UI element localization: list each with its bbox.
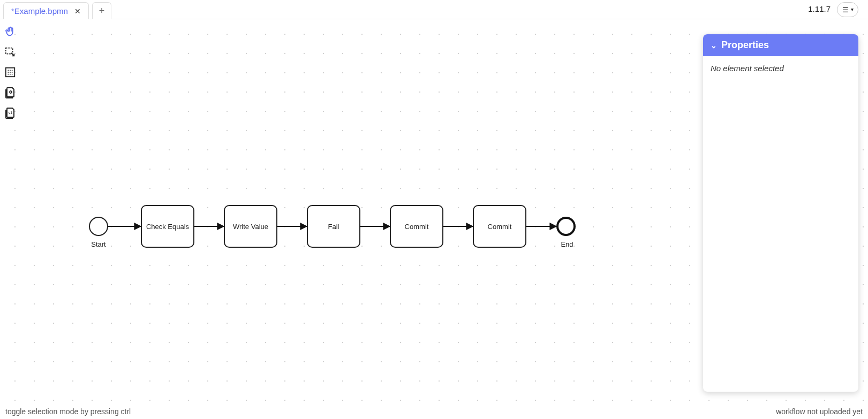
bpmn-task[interactable]: Check Equals	[141, 205, 194, 248]
lasso-tool-icon	[4, 46, 16, 58]
hamburger-icon: ☰	[842, 6, 849, 13]
svg-point-3	[10, 70, 11, 71]
config-docs-button[interactable]	[2, 85, 18, 101]
bpmn-task-label: Check Equals	[146, 223, 189, 231]
chevron-down-icon: ⌄	[711, 41, 717, 50]
status-right: workflow not uploaded yet	[776, 407, 863, 416]
hand-tool-icon	[4, 26, 16, 37]
bpmn-start-event[interactable]	[89, 217, 108, 236]
svg-point-6	[10, 72, 11, 73]
bpmn-task-label: Commit	[405, 223, 429, 231]
bpmn-end-label: End	[557, 240, 577, 248]
properties-panel-body: No element selected	[703, 56, 858, 80]
space-tool-button[interactable]	[2, 64, 18, 80]
hand-tool-button[interactable]	[2, 24, 18, 40]
svg-point-2	[7, 70, 9, 71]
svg-point-11	[10, 91, 12, 93]
status-left: toggle selection mode by pressing ctrl	[5, 407, 131, 416]
svg-point-8	[7, 74, 9, 75]
close-icon[interactable]: ✕	[72, 7, 83, 16]
file-tab-title: *Example.bpmn	[11, 6, 68, 16]
bpmn-task[interactable]: Commit	[390, 205, 443, 248]
plus-icon: +	[99, 5, 105, 17]
bpmn-task-label: Commit	[488, 223, 512, 231]
lasso-tool-button[interactable]	[2, 44, 18, 60]
bpmn-end-event[interactable]	[556, 217, 576, 236]
toolbox: v1	[2, 24, 24, 121]
config-docs-icon	[4, 86, 17, 99]
version-docs-icon: v1	[4, 106, 17, 119]
svg-point-4	[12, 70, 13, 71]
topbar: *Example.bpmn ✕ + 1.11.7 ☰ ▾	[0, 0, 868, 19]
svg-point-10	[12, 74, 13, 75]
svg-text:v1: v1	[9, 111, 13, 115]
tab-row: *Example.bpmn ✕ +	[0, 0, 111, 19]
chevron-down-icon: ▾	[851, 7, 854, 12]
properties-panel-header[interactable]: ⌄ Properties	[703, 34, 858, 56]
file-tab[interactable]: *Example.bpmn ✕	[3, 2, 89, 19]
properties-panel: ⌄ Properties No element selected	[703, 34, 858, 392]
svg-point-5	[7, 72, 9, 73]
properties-panel-title: Properties	[721, 40, 769, 51]
main-menu-button[interactable]: ☰ ▾	[837, 2, 858, 17]
svg-point-7	[12, 72, 13, 73]
add-tab-button[interactable]: +	[92, 2, 111, 19]
bpmn-task[interactable]: Fail	[307, 205, 360, 248]
bpmn-task-label: Write Value	[233, 223, 268, 231]
version-label: 1.11.7	[808, 4, 831, 13]
bpmn-task-label: Fail	[328, 223, 339, 231]
bpmn-task[interactable]: Write Value	[224, 205, 277, 248]
status-bar: toggle selection mode by pressing ctrl w…	[0, 404, 868, 419]
bpmn-task[interactable]: Commit	[473, 205, 526, 248]
svg-point-9	[10, 74, 11, 75]
space-tool-icon	[4, 66, 16, 78]
version-docs-button[interactable]: v1	[2, 105, 18, 121]
bpmn-start-label: Start	[88, 240, 109, 248]
